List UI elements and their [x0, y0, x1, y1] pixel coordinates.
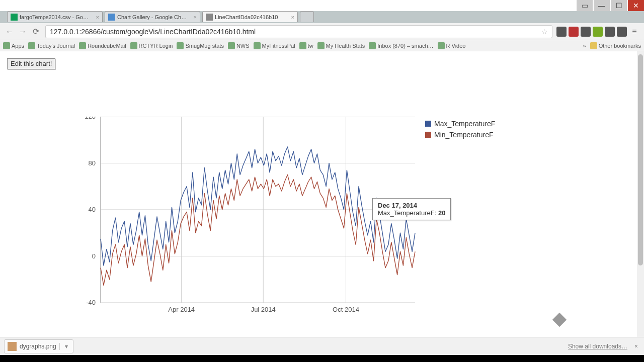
bookmark-label: Inbox (870) – smach…: [377, 43, 433, 49]
bookmark-item[interactable]: My Health Stats: [317, 42, 365, 49]
bookmark-label: SmugMug stats: [185, 43, 223, 49]
svg-text:Jul 2014: Jul 2014: [251, 306, 276, 313]
bookmark-favicon-icon: [438, 42, 445, 49]
extension-icon[interactable]: [581, 27, 591, 37]
browser-toolbar: ← → ⟳ 127.0.0.1:26866/custom/googleVis/L…: [0, 23, 644, 40]
bookmark-item[interactable]: Apps: [3, 42, 24, 49]
svg-text:80: 80: [89, 159, 96, 167]
bookmark-label: My Health Stats: [326, 43, 365, 49]
extension-icon[interactable]: [569, 27, 579, 37]
bookmark-label: tw: [308, 43, 313, 49]
bookmark-item[interactable]: NWS: [228, 42, 250, 49]
tab-title: LineChartIDda02c416b10: [215, 14, 278, 20]
browser-tabstrip: fargoTemps2014.csv - Go…×Chart Gallery -…: [0, 11, 644, 23]
reload-button[interactable]: ⟳: [30, 26, 41, 37]
tooltip-value: 20: [438, 209, 445, 217]
address-bar[interactable]: 127.0.0.1:26866/custom/googleVis/LineCha…: [45, 25, 552, 38]
bookmark-item[interactable]: Today's Journal: [28, 42, 75, 49]
svg-text:Apr 2014: Apr 2014: [168, 306, 195, 313]
svg-text:40: 40: [89, 206, 96, 213]
legend-swatch-min: [425, 132, 431, 138]
line-chart[interactable]: -4004080120Apr 2014Jul 2014Oct 2014 Max_…: [55, 117, 579, 328]
bookmark-favicon-icon: [299, 42, 306, 49]
bookmark-label: NWS: [236, 43, 250, 49]
svg-text:Oct 2014: Oct 2014: [333, 306, 359, 313]
tooltip-series-label: Max_TemperatureF:: [378, 209, 436, 217]
bookmark-label: RCTYR Login: [139, 43, 173, 49]
bookmarks-overflow-icon[interactable]: »: [583, 43, 586, 49]
bookmark-favicon-icon: [79, 42, 86, 49]
download-item[interactable]: dygraphs.png ▾: [4, 339, 73, 353]
svg-text:-40: -40: [86, 299, 96, 306]
tooltip-date: Dec 17, 2014: [378, 202, 417, 209]
bookmark-favicon-icon: [130, 42, 137, 49]
favicon-icon: [206, 14, 213, 21]
bookmark-star-icon[interactable]: ☆: [541, 28, 548, 36]
extension-icon[interactable]: [593, 27, 603, 37]
bookmark-favicon-icon: [28, 42, 35, 49]
chrome-menu-button[interactable]: ≡: [629, 26, 640, 37]
bookmark-item[interactable]: R Video: [438, 42, 466, 49]
os-close-button[interactable]: ✕: [628, 0, 644, 11]
url-text: 127.0.0.1:26866/custom/googleVis/LineCha…: [50, 28, 256, 36]
close-tab-icon[interactable]: ×: [288, 14, 294, 20]
page-content: Edit this chart! -4004080120Apr 2014Jul …: [0, 51, 637, 337]
bookmark-item[interactable]: RoundcubeMail: [79, 42, 126, 49]
os-maximize-button[interactable]: ☐: [611, 0, 627, 11]
vertical-scrollbar[interactable]: [637, 51, 644, 337]
legend-label-max: Max_TemperatureF: [434, 120, 495, 128]
close-tab-icon[interactable]: ×: [191, 14, 197, 20]
bookmark-favicon-icon: [177, 42, 184, 49]
os-minimize-button[interactable]: —: [594, 0, 610, 11]
download-filename: dygraphs.png: [20, 343, 56, 350]
chart-tooltip: Dec 17, 2014 Max_TemperatureF: 20: [372, 198, 451, 220]
bookmark-favicon-icon: [317, 42, 325, 49]
legend-swatch-max: [425, 121, 431, 127]
bookmark-favicon-icon: [369, 42, 376, 49]
bookmark-label: MyFitnessPal: [262, 43, 295, 49]
bookmark-favicon-icon: [228, 42, 235, 49]
scrollbar-thumb[interactable]: [638, 54, 643, 265]
bookmark-item[interactable]: tw: [299, 42, 313, 49]
download-menu-icon[interactable]: ▾: [59, 343, 70, 350]
svg-text:120: 120: [85, 117, 96, 120]
folder-icon: [590, 42, 597, 49]
tab-title: Chart Gallery - Google Ch…: [117, 14, 187, 20]
file-thumbnail-icon: [8, 342, 17, 351]
other-bookmarks-button[interactable]: Other bookmarks: [590, 42, 641, 49]
letterbox-bottom: [0, 355, 644, 362]
bookmark-label: Today's Journal: [37, 43, 75, 49]
extension-icon[interactable]: [556, 27, 567, 37]
bookmark-item[interactable]: SmugMug stats: [177, 42, 223, 49]
bookmark-item[interactable]: Inbox (870) – smach…: [369, 42, 433, 49]
edit-chart-button[interactable]: Edit this chart!: [7, 58, 55, 69]
back-button[interactable]: ←: [4, 26, 15, 37]
browser-tab[interactable]: Chart Gallery - Google Ch…×: [105, 11, 200, 22]
new-tab-button[interactable]: [300, 11, 314, 22]
close-tab-icon[interactable]: ×: [93, 14, 99, 20]
os-user-icon[interactable]: ▭: [577, 0, 593, 11]
bookmark-label: R Video: [446, 43, 466, 49]
bookmark-favicon-icon: [254, 42, 261, 49]
tab-title: fargoTemps2014.csv - Go…: [20, 14, 89, 20]
bookmark-label: Apps: [12, 43, 24, 49]
show-all-downloads-link[interactable]: Show all downloads…: [568, 343, 627, 350]
bookmark-item[interactable]: MyFitnessPal: [254, 42, 295, 49]
close-downloads-bar-button[interactable]: ×: [632, 343, 640, 350]
browser-tab[interactable]: fargoTemps2014.csv - Go…×: [7, 11, 103, 22]
bookmark-label: RoundcubeMail: [88, 43, 126, 49]
os-titlebar: ▭ — ☐ ✕: [0, 0, 644, 11]
bookmarks-bar: AppsToday's JournalRoundcubeMailRCTYR Lo…: [0, 40, 644, 51]
bookmark-item[interactable]: RCTYR Login: [130, 42, 173, 49]
extension-icon[interactable]: [605, 27, 615, 37]
bookmark-label: Other bookmarks: [599, 43, 641, 49]
favicon-icon: [108, 14, 115, 21]
downloads-bar: dygraphs.png ▾ Show all downloads… ×: [0, 337, 644, 355]
browser-tab[interactable]: LineChartIDda02c416b10×: [202, 11, 298, 22]
extension-icon[interactable]: [617, 27, 627, 37]
svg-text:0: 0: [92, 252, 96, 260]
forward-button[interactable]: →: [17, 26, 28, 37]
bookmark-favicon-icon: [3, 42, 10, 49]
favicon-icon: [11, 14, 18, 21]
legend-label-min: Min_TemperatureF: [434, 131, 494, 139]
